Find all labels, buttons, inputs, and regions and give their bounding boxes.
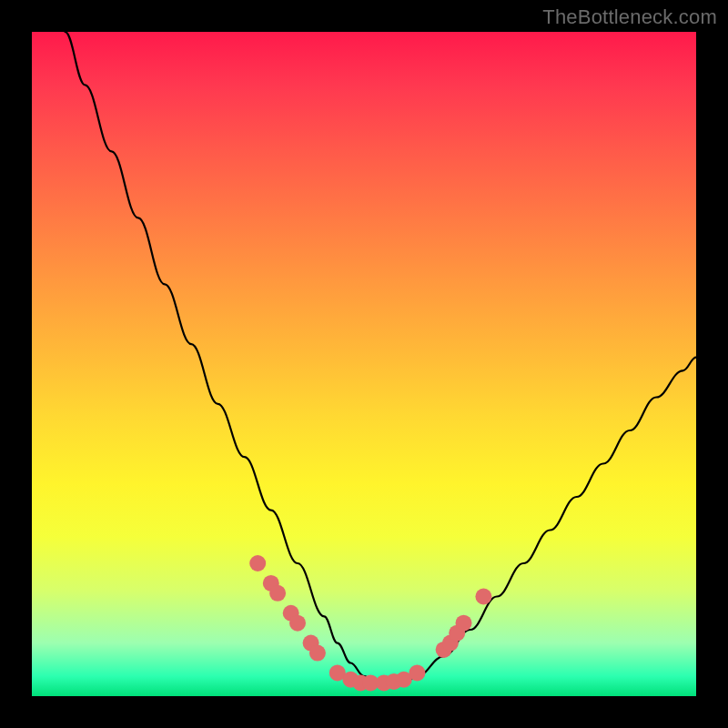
marker-dot [269,585,286,602]
marker-dot [249,555,266,571]
marker-dot [475,589,491,605]
marker-dot [289,615,306,632]
watermark-text: TheBottleneck.com [542,5,717,29]
marker-dots-group [249,555,491,691]
marker-dot [409,664,425,681]
marker-dot [309,645,326,662]
bottleneck-curve [66,32,697,682]
curve-layer [32,32,696,696]
marker-dot [456,615,472,632]
chart-frame: TheBottleneck.com [0,0,728,728]
plot-area [32,32,696,696]
